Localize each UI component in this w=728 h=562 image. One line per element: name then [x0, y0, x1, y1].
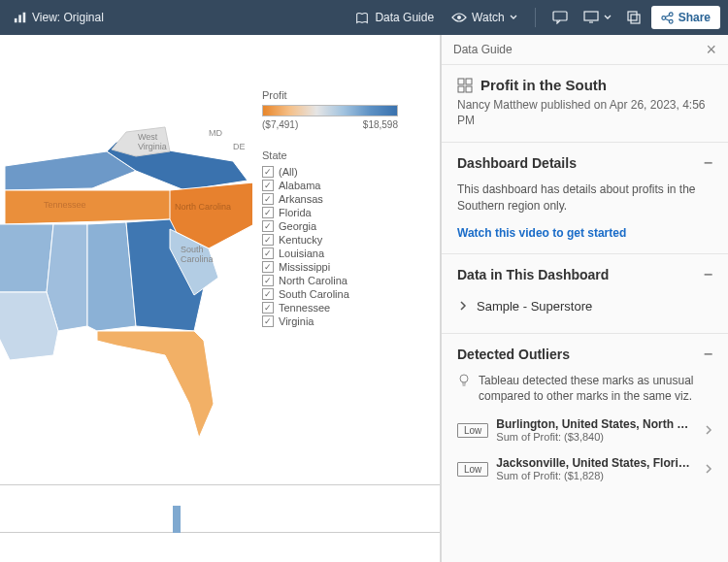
svg-rect-12 [466, 79, 472, 84]
svg-rect-6 [628, 12, 637, 20]
checkbox-icon[interactable] [262, 261, 274, 273]
svg-rect-14 [466, 86, 472, 92]
state-checkbox-row[interactable]: North Carolina [262, 274, 427, 287]
state-label: (All) [279, 166, 298, 178]
bar-chart-icon [14, 11, 27, 24]
state-label: Tennessee [279, 302, 330, 314]
watch-button[interactable]: Watch [446, 7, 523, 28]
svg-rect-7 [631, 15, 640, 23]
outlier-card[interactable]: LowJacksonville, United States, Florid…S… [457, 456, 712, 481]
svg-point-8 [669, 12, 673, 16]
details-heading: Dashboard Details [457, 155, 577, 171]
state-checkbox-row[interactable]: Virginia [262, 314, 427, 328]
state-filter-title: State [262, 149, 427, 161]
outliers-intro: Tableau detected these marks as unusual … [457, 373, 712, 404]
comment-icon [552, 11, 568, 24]
outlier-title: Jacksonville, United States, Florid… [496, 456, 697, 470]
chart-bar [173, 506, 181, 533]
svg-point-10 [669, 19, 673, 23]
state-checkbox-row[interactable]: Alabama [262, 179, 427, 192]
data-source-name: Sample - Superstore [477, 299, 592, 314]
checkbox-icon[interactable] [262, 234, 274, 246]
state-label: Georgia [279, 220, 316, 232]
lightbulb-icon [457, 374, 471, 387]
state-checkbox-row[interactable]: Mississippi [262, 260, 427, 274]
view-selector[interactable]: View: Original [8, 7, 110, 28]
svg-point-15 [460, 375, 468, 382]
svg-rect-13 [458, 86, 464, 92]
fullscreen-button[interactable] [622, 7, 645, 28]
checkbox-icon[interactable] [262, 275, 274, 286]
checkbox-icon[interactable] [262, 207, 274, 218]
outliers-heading: Detected Outliers [457, 347, 570, 362]
data-guide-button[interactable]: Data Guide [348, 7, 440, 28]
state-checkbox-row[interactable]: Louisiana [262, 247, 427, 260]
guide-header: Data Guide × [442, 35, 728, 65]
checkbox-icon[interactable] [262, 166, 274, 178]
chevron-down-icon [604, 15, 612, 20]
state-checkbox-row[interactable]: Florida [262, 206, 427, 219]
details-body: This dashboard has details about profits… [457, 182, 712, 215]
state-checkbox-row[interactable]: Georgia [262, 219, 427, 233]
legend-min: ($7,491) [262, 119, 298, 130]
collapse-icon[interactable]: − [704, 266, 712, 283]
checkbox-icon[interactable] [262, 288, 274, 300]
top-toolbar: View: Original Data Guide Watch Share [0, 0, 728, 35]
comment-button[interactable] [547, 7, 573, 28]
visualization-panel: West Virginia MD DE Tennessee North Caro… [0, 35, 441, 562]
checkbox-icon[interactable] [262, 220, 274, 232]
state-checkbox-row[interactable]: South Carolina [262, 287, 427, 301]
state-label: Kentucky [279, 234, 322, 246]
dashboard-meta: Nancy Matthew published on Apr 26, 2023,… [457, 97, 712, 128]
chevron-right-icon [705, 424, 712, 436]
chart-axis [0, 532, 440, 533]
close-icon[interactable]: × [706, 41, 716, 58]
chevron-right-icon [459, 300, 467, 312]
outlier-subtitle: Sum of Profit: ($1,828) [496, 470, 697, 481]
state-label: South Carolina [279, 288, 349, 300]
svg-rect-1 [18, 15, 21, 22]
share-button[interactable]: Share [651, 6, 720, 29]
state-checkbox-row[interactable]: (All) [262, 165, 427, 179]
collapse-icon[interactable]: − [704, 154, 712, 172]
chevron-down-icon [510, 15, 517, 20]
outlier-subtitle: Sum of Profit: ($3,840) [496, 431, 697, 443]
svg-point-3 [457, 16, 461, 19]
collapse-icon[interactable]: − [704, 346, 712, 363]
legend-title: Profit [262, 89, 427, 101]
eye-icon [451, 12, 467, 23]
data-sources-section: Data in This Dashboard − Sample - Supers… [442, 254, 728, 334]
data-in-heading: Data in This Dashboard [457, 267, 609, 282]
state-label: Mississippi [279, 261, 330, 273]
lightbulb-icon [354, 11, 370, 24]
data-guide-label: Data Guide [375, 11, 434, 24]
screen-icon [583, 11, 599, 24]
state-checkbox-row[interactable]: Tennessee [262, 301, 427, 314]
checkbox-icon[interactable] [262, 193, 274, 205]
data-guide-panel: Data Guide × Profit in the South Nancy M… [441, 35, 728, 562]
state-checkbox-row[interactable]: Arkansas [262, 192, 427, 206]
outlier-title: Burlington, United States, North C… [496, 417, 697, 431]
svg-rect-2 [23, 13, 26, 23]
choropleth-map[interactable]: West Virginia MD DE Tennessee North Caro… [0, 35, 252, 462]
checkbox-icon[interactable] [262, 302, 274, 314]
checkbox-icon[interactable] [262, 180, 274, 191]
state-label: Florida [279, 207, 312, 218]
dashboard-details-section: Dashboard Details − This dashboard has d… [442, 143, 728, 254]
video-link[interactable]: Watch this video to get started [457, 226, 626, 240]
checkbox-icon[interactable] [262, 315, 274, 327]
checkbox-icon[interactable] [262, 248, 274, 259]
gradient-labels: ($7,491) $18,598 [262, 119, 398, 130]
color-gradient[interactable] [262, 105, 398, 116]
outlier-card[interactable]: LowBurlington, United States, North C…Su… [457, 417, 712, 443]
state-label: Louisiana [279, 248, 324, 259]
data-source-item[interactable]: Sample - Superstore [457, 293, 712, 319]
divider [535, 8, 536, 27]
state-checkbox-row[interactable]: Kentucky [262, 233, 427, 247]
legend-panel: Profit ($7,491) $18,598 State (All)Alaba… [262, 89, 427, 328]
chevron-right-icon [705, 463, 712, 475]
secondary-chart[interactable] [0, 484, 440, 562]
present-button[interactable] [579, 7, 616, 28]
outliers-section: Detected Outliers − Tableau detected the… [442, 334, 728, 495]
legend-max: $18,598 [363, 119, 398, 130]
